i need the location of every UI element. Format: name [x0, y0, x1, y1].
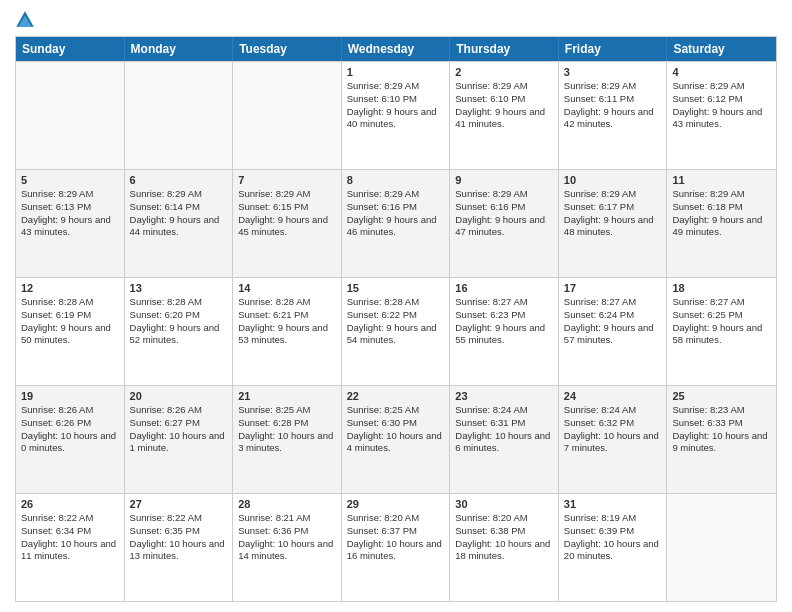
calendar-cell: 13Sunrise: 8:28 AM Sunset: 6:20 PM Dayli… [125, 278, 234, 385]
cell-text: Sunrise: 8:25 AM Sunset: 6:30 PM Dayligh… [347, 404, 445, 455]
day-number: 16 [455, 282, 553, 294]
day-number: 23 [455, 390, 553, 402]
header-cell-tuesday: Tuesday [233, 37, 342, 61]
calendar-cell: 2Sunrise: 8:29 AM Sunset: 6:10 PM Daylig… [450, 62, 559, 169]
cell-text: Sunrise: 8:19 AM Sunset: 6:39 PM Dayligh… [564, 512, 662, 563]
cell-text: Sunrise: 8:28 AM Sunset: 6:19 PM Dayligh… [21, 296, 119, 347]
calendar-cell: 28Sunrise: 8:21 AM Sunset: 6:36 PM Dayli… [233, 494, 342, 601]
cell-text: Sunrise: 8:22 AM Sunset: 6:34 PM Dayligh… [21, 512, 119, 563]
calendar-row: 1Sunrise: 8:29 AM Sunset: 6:10 PM Daylig… [16, 61, 776, 169]
calendar-cell: 27Sunrise: 8:22 AM Sunset: 6:35 PM Dayli… [125, 494, 234, 601]
day-number: 24 [564, 390, 662, 402]
calendar-cell: 14Sunrise: 8:28 AM Sunset: 6:21 PM Dayli… [233, 278, 342, 385]
calendar-cell: 23Sunrise: 8:24 AM Sunset: 6:31 PM Dayli… [450, 386, 559, 493]
cell-text: Sunrise: 8:24 AM Sunset: 6:31 PM Dayligh… [455, 404, 553, 455]
day-number: 6 [130, 174, 228, 186]
day-number: 17 [564, 282, 662, 294]
cell-text: Sunrise: 8:29 AM Sunset: 6:10 PM Dayligh… [347, 80, 445, 131]
calendar-cell: 5Sunrise: 8:29 AM Sunset: 6:13 PM Daylig… [16, 170, 125, 277]
cell-text: Sunrise: 8:29 AM Sunset: 6:14 PM Dayligh… [130, 188, 228, 239]
calendar-cell: 20Sunrise: 8:26 AM Sunset: 6:27 PM Dayli… [125, 386, 234, 493]
calendar-cell: 3Sunrise: 8:29 AM Sunset: 6:11 PM Daylig… [559, 62, 668, 169]
day-number: 22 [347, 390, 445, 402]
day-number: 5 [21, 174, 119, 186]
header-cell-saturday: Saturday [667, 37, 776, 61]
header-cell-friday: Friday [559, 37, 668, 61]
calendar-cell: 16Sunrise: 8:27 AM Sunset: 6:23 PM Dayli… [450, 278, 559, 385]
day-number: 19 [21, 390, 119, 402]
day-number: 13 [130, 282, 228, 294]
calendar-cell: 15Sunrise: 8:28 AM Sunset: 6:22 PM Dayli… [342, 278, 451, 385]
day-number: 4 [672, 66, 771, 78]
calendar-cell: 1Sunrise: 8:29 AM Sunset: 6:10 PM Daylig… [342, 62, 451, 169]
header-cell-monday: Monday [125, 37, 234, 61]
day-number: 26 [21, 498, 119, 510]
day-number: 8 [347, 174, 445, 186]
cell-text: Sunrise: 8:28 AM Sunset: 6:20 PM Dayligh… [130, 296, 228, 347]
calendar-cell [16, 62, 125, 169]
day-number: 18 [672, 282, 771, 294]
cell-text: Sunrise: 8:28 AM Sunset: 6:22 PM Dayligh… [347, 296, 445, 347]
calendar-cell: 7Sunrise: 8:29 AM Sunset: 6:15 PM Daylig… [233, 170, 342, 277]
logo-icon [15, 10, 35, 30]
header [15, 10, 777, 30]
calendar: SundayMondayTuesdayWednesdayThursdayFrid… [15, 36, 777, 602]
calendar-cell: 12Sunrise: 8:28 AM Sunset: 6:19 PM Dayli… [16, 278, 125, 385]
day-number: 1 [347, 66, 445, 78]
cell-text: Sunrise: 8:27 AM Sunset: 6:23 PM Dayligh… [455, 296, 553, 347]
calendar-cell [667, 494, 776, 601]
cell-text: Sunrise: 8:24 AM Sunset: 6:32 PM Dayligh… [564, 404, 662, 455]
header-cell-thursday: Thursday [450, 37, 559, 61]
calendar-row: 12Sunrise: 8:28 AM Sunset: 6:19 PM Dayli… [16, 277, 776, 385]
cell-text: Sunrise: 8:28 AM Sunset: 6:21 PM Dayligh… [238, 296, 336, 347]
calendar-cell [233, 62, 342, 169]
day-number: 28 [238, 498, 336, 510]
cell-text: Sunrise: 8:22 AM Sunset: 6:35 PM Dayligh… [130, 512, 228, 563]
day-number: 3 [564, 66, 662, 78]
cell-text: Sunrise: 8:25 AM Sunset: 6:28 PM Dayligh… [238, 404, 336, 455]
day-number: 20 [130, 390, 228, 402]
calendar-cell: 29Sunrise: 8:20 AM Sunset: 6:37 PM Dayli… [342, 494, 451, 601]
day-number: 31 [564, 498, 662, 510]
cell-text: Sunrise: 8:27 AM Sunset: 6:25 PM Dayligh… [672, 296, 771, 347]
cell-text: Sunrise: 8:27 AM Sunset: 6:24 PM Dayligh… [564, 296, 662, 347]
cell-text: Sunrise: 8:29 AM Sunset: 6:10 PM Dayligh… [455, 80, 553, 131]
calendar-row: 26Sunrise: 8:22 AM Sunset: 6:34 PM Dayli… [16, 493, 776, 601]
calendar-cell: 17Sunrise: 8:27 AM Sunset: 6:24 PM Dayli… [559, 278, 668, 385]
header-cell-wednesday: Wednesday [342, 37, 451, 61]
calendar-cell: 26Sunrise: 8:22 AM Sunset: 6:34 PM Dayli… [16, 494, 125, 601]
calendar-cell: 11Sunrise: 8:29 AM Sunset: 6:18 PM Dayli… [667, 170, 776, 277]
cell-text: Sunrise: 8:29 AM Sunset: 6:13 PM Dayligh… [21, 188, 119, 239]
logo [15, 10, 38, 30]
calendar-cell: 18Sunrise: 8:27 AM Sunset: 6:25 PM Dayli… [667, 278, 776, 385]
calendar-cell: 21Sunrise: 8:25 AM Sunset: 6:28 PM Dayli… [233, 386, 342, 493]
day-number: 21 [238, 390, 336, 402]
calendar-cell: 9Sunrise: 8:29 AM Sunset: 6:16 PM Daylig… [450, 170, 559, 277]
day-number: 12 [21, 282, 119, 294]
calendar-cell: 24Sunrise: 8:24 AM Sunset: 6:32 PM Dayli… [559, 386, 668, 493]
cell-text: Sunrise: 8:20 AM Sunset: 6:37 PM Dayligh… [347, 512, 445, 563]
cell-text: Sunrise: 8:21 AM Sunset: 6:36 PM Dayligh… [238, 512, 336, 563]
calendar-cell: 25Sunrise: 8:23 AM Sunset: 6:33 PM Dayli… [667, 386, 776, 493]
cell-text: Sunrise: 8:23 AM Sunset: 6:33 PM Dayligh… [672, 404, 771, 455]
header-cell-sunday: Sunday [16, 37, 125, 61]
calendar-cell: 19Sunrise: 8:26 AM Sunset: 6:26 PM Dayli… [16, 386, 125, 493]
calendar-cell: 31Sunrise: 8:19 AM Sunset: 6:39 PM Dayli… [559, 494, 668, 601]
cell-text: Sunrise: 8:29 AM Sunset: 6:12 PM Dayligh… [672, 80, 771, 131]
calendar-cell: 30Sunrise: 8:20 AM Sunset: 6:38 PM Dayli… [450, 494, 559, 601]
cell-text: Sunrise: 8:26 AM Sunset: 6:27 PM Dayligh… [130, 404, 228, 455]
day-number: 7 [238, 174, 336, 186]
cell-text: Sunrise: 8:26 AM Sunset: 6:26 PM Dayligh… [21, 404, 119, 455]
cell-text: Sunrise: 8:29 AM Sunset: 6:16 PM Dayligh… [455, 188, 553, 239]
calendar-row: 19Sunrise: 8:26 AM Sunset: 6:26 PM Dayli… [16, 385, 776, 493]
day-number: 25 [672, 390, 771, 402]
cell-text: Sunrise: 8:29 AM Sunset: 6:11 PM Dayligh… [564, 80, 662, 131]
day-number: 10 [564, 174, 662, 186]
calendar-body: 1Sunrise: 8:29 AM Sunset: 6:10 PM Daylig… [16, 61, 776, 601]
calendar-cell [125, 62, 234, 169]
day-number: 14 [238, 282, 336, 294]
cell-text: Sunrise: 8:29 AM Sunset: 6:17 PM Dayligh… [564, 188, 662, 239]
cell-text: Sunrise: 8:29 AM Sunset: 6:18 PM Dayligh… [672, 188, 771, 239]
day-number: 30 [455, 498, 553, 510]
cell-text: Sunrise: 8:29 AM Sunset: 6:15 PM Dayligh… [238, 188, 336, 239]
